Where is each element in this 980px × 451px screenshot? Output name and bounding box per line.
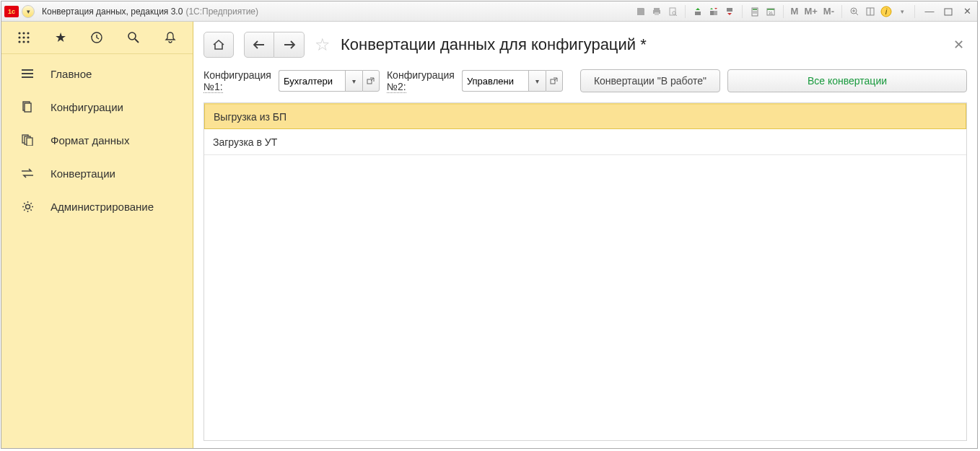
sidebar-nav: Главное Конфигурации Формат данных Конве… [1, 54, 193, 223]
minimize-button[interactable]: — [922, 4, 937, 19]
bell-icon[interactable] [160, 27, 180, 48]
preview-icon[interactable] [666, 5, 679, 18]
sidebar-item-data-format[interactable]: Формат данных [1, 123, 193, 157]
sidebar-item-main[interactable]: Главное [1, 57, 193, 90]
documents-icon [20, 134, 35, 146]
svg-point-40 [128, 32, 136, 40]
favorites-icon[interactable]: ★ [51, 27, 71, 48]
svg-rect-52 [551, 79, 555, 84]
page-title: Конвертации данных для конфигураций * [341, 35, 647, 54]
filter-row: Конфигурация №1: ▾ Конфигурация №2: ▾ [204, 69, 967, 92]
svg-rect-29 [945, 9, 952, 15]
print-icon[interactable] [650, 5, 663, 18]
svg-point-16 [754, 12, 756, 14]
svg-rect-2 [655, 12, 659, 15]
save-icon[interactable] [634, 5, 647, 18]
panels-icon[interactable] [864, 5, 877, 18]
content-area: ☆ Конвертации данных для конфигураций * … [193, 22, 977, 448]
svg-point-15 [753, 12, 754, 14]
svg-rect-6 [695, 12, 701, 15]
row-label: Выгрузка из БП [214, 111, 286, 123]
svg-point-36 [19, 40, 21, 43]
home-button[interactable] [204, 32, 234, 58]
conversions-table: Выгрузка из БП Загрузка в УТ [204, 102, 967, 441]
titlebar-toolbar: 31 М М+ М- i ▾ — ✕ [634, 4, 974, 19]
svg-text:31: 31 [768, 10, 773, 14]
system-menu-button[interactable]: ▾ [22, 5, 35, 18]
list-icon [20, 69, 35, 79]
conversions-in-work-button[interactable]: Конвертации "В работе" [580, 69, 720, 92]
history-icon[interactable] [87, 27, 107, 48]
sidebar-item-label: Формат данных [51, 134, 129, 146]
svg-rect-11 [753, 9, 757, 10]
info-icon[interactable]: i [880, 5, 893, 18]
svg-point-35 [27, 36, 30, 38]
document-icon [20, 101, 35, 113]
svg-rect-0 [654, 8, 660, 10]
svg-point-14 [756, 11, 757, 12]
sidebar-item-configurations[interactable]: Конфигурации [1, 90, 193, 123]
svg-point-31 [23, 32, 25, 34]
app-logo-icon: 1c [4, 6, 19, 17]
svg-rect-7 [710, 11, 714, 15]
sidebar-toolbar: ★ [1, 22, 193, 54]
table-row[interactable]: Выгрузка из БП [204, 103, 966, 129]
zoom-icon[interactable] [848, 5, 861, 18]
sidebar-item-label: Конвертации [51, 167, 115, 180]
back-button[interactable] [244, 32, 274, 58]
sidebar: ★ Главное Конфигурации Формат данных [1, 22, 193, 448]
memory-mplus-button[interactable]: М+ [802, 6, 818, 17]
calendar-icon[interactable]: 31 [764, 5, 777, 18]
page-header: ☆ Конвертации данных для конфигураций * … [204, 32, 967, 58]
favorite-star-icon[interactable]: ☆ [315, 35, 331, 55]
row-label: Загрузка в УТ [213, 136, 277, 148]
config1-dropdown-button[interactable]: ▾ [345, 70, 362, 92]
svg-point-32 [27, 32, 30, 34]
app-window: 1c ▾ Конвертация данных, редакция 3.0 (1… [1, 1, 978, 449]
sidebar-item-label: Администрирование [51, 201, 154, 213]
config1-combo: ▾ [279, 70, 380, 92]
search-icon[interactable] [123, 27, 144, 48]
config1-input[interactable] [279, 70, 345, 92]
dropdown-icon[interactable]: ▾ [896, 5, 909, 18]
download-icon[interactable] [723, 5, 736, 18]
svg-rect-49 [27, 138, 32, 146]
sidebar-item-conversions[interactable]: Конвертации [1, 157, 193, 190]
svg-line-41 [135, 39, 139, 43]
svg-point-38 [27, 40, 30, 43]
svg-rect-46 [25, 103, 31, 112]
sidebar-item-label: Конфигурации [51, 101, 123, 113]
config2-open-button[interactable] [546, 70, 563, 92]
forward-button[interactable] [274, 32, 305, 58]
memory-mminus-button[interactable]: М- [822, 6, 836, 17]
close-button[interactable]: ✕ [960, 4, 974, 19]
config2-label: Конфигурация №2: [387, 69, 455, 92]
calculator-icon[interactable] [748, 5, 761, 18]
all-conversions-button[interactable]: Все конвертации [727, 69, 967, 92]
sidebar-item-administration[interactable]: Администрирование [1, 190, 193, 223]
svg-point-30 [19, 32, 21, 34]
svg-rect-9 [727, 8, 732, 12]
svg-line-5 [675, 14, 677, 16]
apps-icon[interactable] [14, 27, 34, 48]
table-row[interactable]: Загрузка в УТ [204, 129, 966, 155]
sidebar-item-label: Главное [51, 68, 92, 80]
svg-point-17 [756, 12, 757, 14]
svg-line-22 [856, 13, 858, 15]
config2-combo: ▾ [462, 70, 563, 92]
svg-point-50 [25, 204, 30, 209]
maximize-button[interactable] [941, 4, 955, 19]
config1-label: Конфигурация №1: [204, 69, 271, 92]
config2-dropdown-button[interactable]: ▾ [528, 70, 546, 92]
svg-point-12 [753, 11, 754, 12]
config2-input[interactable] [462, 70, 528, 92]
svg-point-33 [19, 36, 21, 38]
exchange-icon [20, 168, 35, 178]
svg-point-34 [23, 36, 25, 38]
config1-open-button[interactable] [362, 70, 380, 92]
compare-icon[interactable] [707, 5, 720, 18]
memory-m-button[interactable]: М [789, 6, 800, 17]
svg-rect-51 [367, 79, 372, 84]
upload-icon[interactable] [691, 5, 704, 18]
page-close-button[interactable]: ✕ [953, 37, 967, 53]
